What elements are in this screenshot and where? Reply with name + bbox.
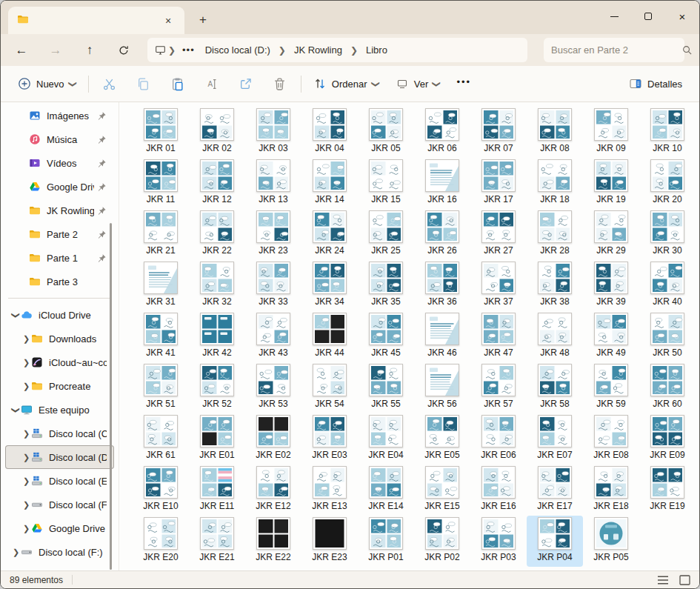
file-item-jkr-e02[interactable]: JKR E02: [245, 413, 301, 465]
sidebar-item-disco-local-d[interactable]: ❯Disco local (D:: [5, 445, 114, 469]
file-item-jkr-09[interactable]: JKR 09: [583, 107, 639, 158]
cut-button[interactable]: [93, 71, 127, 96]
file-item-jkr-p01[interactable]: JKR P01: [358, 516, 414, 567]
file-item-jkr-43[interactable]: JKR 43: [245, 311, 301, 362]
close-button[interactable]: ×: [665, 1, 699, 32]
file-item-jkr-p04[interactable]: JKR P04: [527, 516, 583, 567]
file-item-jkr-60[interactable]: JKR 60: [639, 362, 696, 413]
sidebar-item-parte-2[interactable]: Parte 2: [5, 222, 114, 246]
file-item-jkr-25[interactable]: JKR 25: [358, 209, 414, 260]
file-item-jkr-52[interactable]: JKR 52: [189, 362, 245, 413]
file-item-jkr-26[interactable]: JKR 26: [414, 209, 470, 260]
file-item-jkr-18[interactable]: JKR 18: [527, 158, 583, 209]
file-item-jkr-27[interactable]: JKR 27: [470, 209, 527, 260]
sidebar-item-disco-local-e[interactable]: ❯Disco local (E:): [5, 469, 114, 493]
sidebar-item-im-genes[interactable]: Imágenes: [5, 104, 114, 127]
file-item-jkr-50[interactable]: JKR 50: [639, 311, 696, 362]
file-item-jkr-e18[interactable]: JKR E18: [583, 465, 639, 516]
chevron-right-icon[interactable]: ❯: [11, 548, 21, 557]
chevron-right-icon[interactable]: ❯: [21, 476, 31, 486]
file-item-jkr-59[interactable]: JKR 59: [583, 362, 639, 413]
copy-button[interactable]: [127, 71, 161, 96]
file-item-jkr-12[interactable]: JKR 12: [189, 158, 245, 209]
file-item-jkr-e14[interactable]: JKR E14: [358, 465, 414, 516]
back-button[interactable]: ←: [8, 39, 35, 62]
chevron-right-icon[interactable]: ❯: [21, 358, 31, 367]
file-item-jkr-15[interactable]: JKR 15: [358, 158, 414, 209]
minimize-button[interactable]: [597, 1, 631, 32]
file-item-jkr-e15[interactable]: JKR E15: [414, 465, 470, 516]
file-item-jkr-40[interactable]: JKR 40: [639, 260, 696, 311]
maximize-button[interactable]: [631, 1, 665, 32]
paste-button[interactable]: [161, 71, 195, 96]
file-item-jkr-29[interactable]: JKR 29: [583, 209, 639, 260]
chevron-right-icon[interactable]: ❯: [21, 453, 31, 462]
up-button[interactable]: ↑: [76, 39, 103, 62]
file-item-jkr-28[interactable]: JKR 28: [527, 209, 583, 260]
thumbnail-view-toggle[interactable]: [679, 575, 690, 585]
sidebar-item-v-deos[interactable]: Vídeos: [5, 151, 114, 175]
breadcrumb-overflow-button[interactable]: •••: [178, 44, 199, 56]
sidebar-item-este-equipo[interactable]: ❯Este equipo: [5, 398, 114, 422]
sort-button[interactable]: Ordenar ❯: [305, 71, 387, 96]
chevron-right-icon[interactable]: ❯: [21, 500, 31, 510]
file-item-jkr-07[interactable]: JKR 07: [470, 107, 527, 158]
file-item-jkr-39[interactable]: JKR 39: [583, 260, 639, 311]
file-item-jkr-42[interactable]: JKR 42: [189, 311, 245, 362]
file-item-jkr-10[interactable]: JKR 10: [639, 107, 696, 158]
sidebar-item-disco-local-f[interactable]: ❯Disco local (F:): [5, 493, 114, 516]
file-item-jkr-53[interactable]: JKR 53: [245, 362, 301, 413]
file-item-jkr-e07[interactable]: JKR E07: [527, 413, 583, 465]
file-item-jkr-e23[interactable]: JKR E23: [301, 516, 358, 567]
file-item-jkr-51[interactable]: JKR 51: [133, 362, 189, 413]
tab-close-icon[interactable]: ×: [161, 13, 176, 28]
file-item-jkr-p03[interactable]: JKR P03: [470, 516, 527, 567]
chevron-down-icon[interactable]: ❯: [11, 405, 21, 415]
file-item-jkr-32[interactable]: JKR 32: [189, 260, 245, 311]
sidebar-item-icloud-drive[interactable]: ❯iCloud Drive: [5, 303, 114, 327]
file-item-jkr-41[interactable]: JKR 41: [133, 311, 189, 362]
file-item-jkr-e04[interactable]: JKR E04: [358, 413, 414, 465]
file-item-jkr-e19[interactable]: JKR E19: [639, 465, 696, 516]
file-item-jkr-38[interactable]: JKR 38: [527, 260, 583, 311]
file-item-jkr-37[interactable]: JKR 37: [470, 260, 527, 311]
file-item-jkr-11[interactable]: JKR 11: [133, 158, 189, 209]
delete-button[interactable]: [263, 71, 297, 96]
file-item-jkr-p05[interactable]: JKR P05: [583, 516, 639, 567]
chevron-right-icon[interactable]: ❯: [21, 334, 31, 344]
file-item-jkr-57[interactable]: JKR 57: [470, 362, 527, 413]
file-item-jkr-e08[interactable]: JKR E08: [583, 413, 639, 465]
file-item-jkr-e12[interactable]: JKR E12: [245, 465, 301, 516]
file-item-jkr-e16[interactable]: JKR E16: [470, 465, 527, 516]
file-item-jkr-01[interactable]: JKR 01: [133, 107, 189, 158]
file-item-jkr-04[interactable]: JKR 04: [301, 107, 358, 158]
file-item-jkr-e17[interactable]: JKR E17: [527, 465, 583, 516]
file-item-jkr-48[interactable]: JKR 48: [527, 311, 583, 362]
explorer-tab[interactable]: ×: [8, 7, 184, 34]
file-item-jkr-e09[interactable]: JKR E09: [639, 413, 696, 465]
list-view-toggle[interactable]: [657, 575, 669, 585]
file-item-jkr-05[interactable]: JKR 05: [358, 107, 414, 158]
chevron-right-icon[interactable]: ❯: [21, 429, 31, 439]
file-item-jkr-55[interactable]: JKR 55: [358, 362, 414, 413]
breadcrumb-segment-libro[interactable]: Libro: [360, 42, 393, 58]
file-item-jkr-58[interactable]: JKR 58: [527, 362, 583, 413]
file-item-jkr-13[interactable]: JKR 13: [245, 158, 301, 209]
sidebar-item-icloud-au-co[interactable]: ❯iCloud~au~co: [5, 350, 114, 374]
file-item-jkr-14[interactable]: JKR 14: [301, 158, 358, 209]
sidebar-item-parte-1[interactable]: Parte 1: [5, 246, 114, 270]
file-item-jkr-30[interactable]: JKR 30: [639, 209, 696, 260]
sidebar-item-downloads[interactable]: ❯Downloads: [5, 327, 114, 350]
chevron-right-icon[interactable]: ❯: [21, 382, 31, 391]
file-item-jkr-35[interactable]: JKR 35: [358, 260, 414, 311]
sidebar-item-google-drive[interactable]: Google Drive: [5, 175, 114, 199]
file-item-jkr-e06[interactable]: JKR E06: [470, 413, 527, 465]
more-options-button[interactable]: •••: [448, 71, 479, 96]
file-item-jkr-61[interactable]: JKR 61: [133, 413, 189, 465]
file-item-jkr-e21[interactable]: JKR E21: [189, 516, 245, 567]
file-item-jkr-24[interactable]: JKR 24: [301, 209, 358, 260]
share-button[interactable]: [229, 71, 263, 96]
forward-button[interactable]: →: [42, 39, 69, 62]
sidebar-item-disco-local-f[interactable]: ❯Disco local (F:): [5, 540, 114, 564]
sidebar-item-m-sica[interactable]: Música: [5, 127, 114, 151]
